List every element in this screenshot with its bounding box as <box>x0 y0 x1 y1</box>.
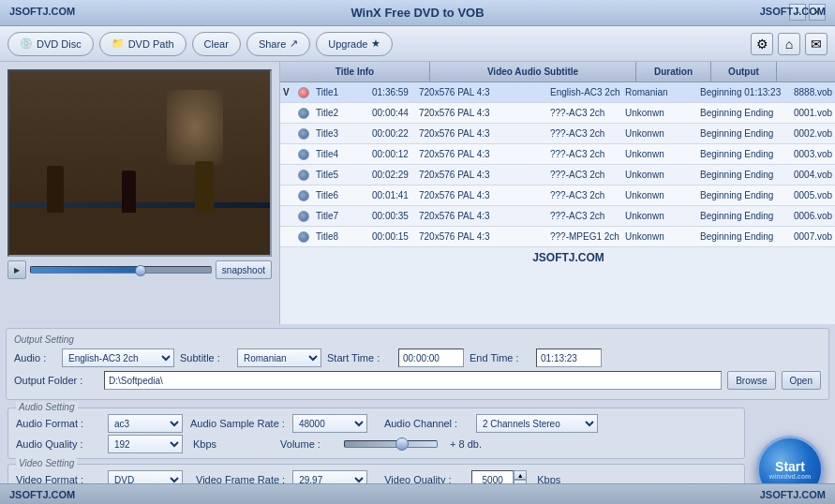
title-row[interactable]: Title6 00:01:41 720x576 PAL 4:3 ???-AC3 … <box>280 185 835 206</box>
scene-light <box>167 90 223 165</box>
audio-select[interactable]: English-AC3 2ch <box>62 348 174 367</box>
title-row[interactable]: Title2 00:00:44 720x576 PAL 4:3 ???-AC3 … <box>280 103 835 124</box>
output-folder-row: Output Folder : Browse Open <box>14 371 821 390</box>
clear-button[interactable]: Clear <box>192 32 241 56</box>
audio-sample-rate-select[interactable]: 48000 <box>292 414 367 433</box>
title-duration: 01:36:59 <box>369 85 416 99</box>
video-preview <box>7 69 272 257</box>
audio-quality-label: Audio Quality : <box>16 438 100 450</box>
subtitle-label: Subtitle : <box>180 352 231 363</box>
scene-figure3 <box>195 161 214 213</box>
start-time-label: Start Time : <box>327 352 393 363</box>
title-output: 8888.vob <box>791 85 835 99</box>
open-button[interactable]: Open <box>782 371 821 390</box>
share-button[interactable]: Share ↗ <box>246 32 310 56</box>
th-title-info: Title Info <box>280 62 430 82</box>
upgrade-button[interactable]: Upgrade ★ <box>316 32 393 56</box>
toolbar-right-icons: ⚙ ⌂ ✉ <box>751 33 828 55</box>
settings-icon-button[interactable]: ⚙ <box>751 33 773 55</box>
star-icon: ★ <box>371 37 380 50</box>
audio-format-label: Audio Format : <box>16 418 100 429</box>
title-row[interactable]: Title7 00:00:35 720x576 PAL 4:3 ???-AC3 … <box>280 206 835 227</box>
video-panel: ▶ snapshoot <box>0 62 279 324</box>
titlebar-watermark-right: JSOFTJ.COM <box>760 6 826 17</box>
scene-floor <box>9 208 270 255</box>
audio-quality-unit: Kbps <box>193 438 216 450</box>
title-timerange: Beginning 01:13:23 <box>697 85 791 99</box>
title-video: 720x576 PAL 4:3 <box>416 85 547 99</box>
th-output: Output <box>711 62 777 82</box>
dvd-disc-icon: 💿 <box>20 37 33 50</box>
video-quality-up[interactable]: ▲ <box>514 470 527 480</box>
progress-thumb <box>135 265 146 276</box>
output-setting-legend: Output Setting <box>14 334 821 345</box>
audio-sample-rate-label: Audio Sample Rate : <box>190 418 285 429</box>
title-row[interactable]: Title4 00:00:12 720x576 PAL 4:3 ???-AC3 … <box>280 144 835 165</box>
volume-slider[interactable] <box>344 440 438 448</box>
title-subtitle: Romanian <box>622 85 697 99</box>
mail-icon-button[interactable]: ✉ <box>805 33 828 55</box>
table-watermark: JSOFTJ.COM <box>280 247 835 268</box>
scene-figure2 <box>122 170 136 213</box>
title-audio: English-AC3 2ch <box>547 85 622 99</box>
output-folder-label: Output Folder : <box>14 375 98 386</box>
output-setting-row1: Audio : English-AC3 2ch Subtitle : Roman… <box>14 348 821 367</box>
start-label: Start <box>775 460 805 473</box>
audio-row2: Audio Quality : 192 Kbps Volume : + 8 db… <box>16 435 737 453</box>
th-scrollbar-placeholder <box>777 62 835 82</box>
title-table-header: Title Info Video Audio Subtitle Duration… <box>280 62 835 82</box>
subtitle-select[interactable]: Romanian <box>237 348 321 367</box>
end-time-input[interactable] <box>536 348 602 367</box>
share-icon: ↗ <box>290 37 298 50</box>
main-area: ▶ snapshoot Title Info Video Audio Subti… <box>0 62 835 324</box>
title-list[interactable]: V Title1 01:36:59 720x576 PAL 4:3 Englis… <box>280 82 835 305</box>
title-panel: Title Info Video Audio Subtitle Duration… <box>279 62 835 324</box>
status-watermark-right: JSOFTJ.COM <box>760 489 826 500</box>
audio-setting-legend: Audio Setting <box>16 402 78 412</box>
status-watermark-left: JSOFTJ.COM <box>9 489 75 500</box>
check-v: V <box>280 85 294 99</box>
volume-value: + 8 db. <box>450 438 482 450</box>
start-sub: winxdvd.com <box>769 473 811 480</box>
folder-icon: 📁 <box>112 37 125 50</box>
output-setting: Output Setting Audio : English-AC3 2ch S… <box>6 328 829 400</box>
title-name: Title1 <box>313 85 369 99</box>
start-time-input[interactable] <box>398 348 464 367</box>
volume-label: Volume : <box>280 438 336 450</box>
audio-setting-group: Audio Setting Audio Format : ac3 Audio S… <box>7 408 745 459</box>
app-title: WinX Free DVD to VOB <box>350 6 484 20</box>
volume-thumb <box>395 437 409 451</box>
audio-channel-label: Audio Channel : <box>384 418 469 429</box>
radio-cell <box>294 85 313 100</box>
title-row[interactable]: Title5 00:02:29 720x576 PAL 4:3 ???-AC3 … <box>280 165 835 185</box>
dvd-disc-button[interactable]: 💿 DVD Disc <box>7 32 94 56</box>
video-controls: ▶ snapshoot <box>7 260 272 279</box>
title-bar: JSOFTJ.COM WinX Free DVD to VOB – ✕ JSOF… <box>0 0 835 26</box>
th-video-audio: Video Audio Subtitle <box>430 62 636 82</box>
browse-button[interactable]: Browse <box>727 371 775 390</box>
end-time-label: End Time : <box>470 352 530 363</box>
dvd-path-button[interactable]: 📁 DVD Path <box>99 32 186 56</box>
video-scene <box>9 71 270 255</box>
audio-label: Audio : <box>14 352 56 363</box>
progress-bar[interactable] <box>30 266 212 274</box>
title-row[interactable]: V Title1 01:36:59 720x576 PAL 4:3 Englis… <box>280 82 835 103</box>
title-row[interactable]: Title8 00:00:15 720x576 PAL 4:3 ???-MPEG… <box>280 227 835 247</box>
home-icon-button[interactable]: ⌂ <box>778 33 800 55</box>
title-row[interactable]: Title3 00:00:22 720x576 PAL 4:3 ???-AC3 … <box>280 124 835 144</box>
status-bar: JSOFTJ.COM JSOFTJ.COM <box>0 483 835 504</box>
snapshot-button[interactable]: snapshoot <box>216 260 272 279</box>
audio-row1: Audio Format : ac3 Audio Sample Rate : 4… <box>16 414 737 433</box>
play-button[interactable]: ▶ <box>7 260 26 279</box>
video-setting-legend: Video Setting <box>16 458 77 468</box>
toolbar: 💿 DVD Disc 📁 DVD Path Clear Share ↗ Upgr… <box>0 26 835 62</box>
scene-figure1 <box>47 166 64 213</box>
progress-fill <box>31 267 139 273</box>
audio-format-select[interactable]: ac3 <box>108 414 183 433</box>
output-folder-input[interactable] <box>104 371 722 390</box>
audio-channel-select[interactable]: 2 Channels Stereo <box>476 414 598 433</box>
audio-quality-select[interactable]: 192 <box>108 435 183 453</box>
th-duration: Duration <box>636 62 711 82</box>
titlebar-watermark-left: JSOFTJ.COM <box>9 6 75 17</box>
